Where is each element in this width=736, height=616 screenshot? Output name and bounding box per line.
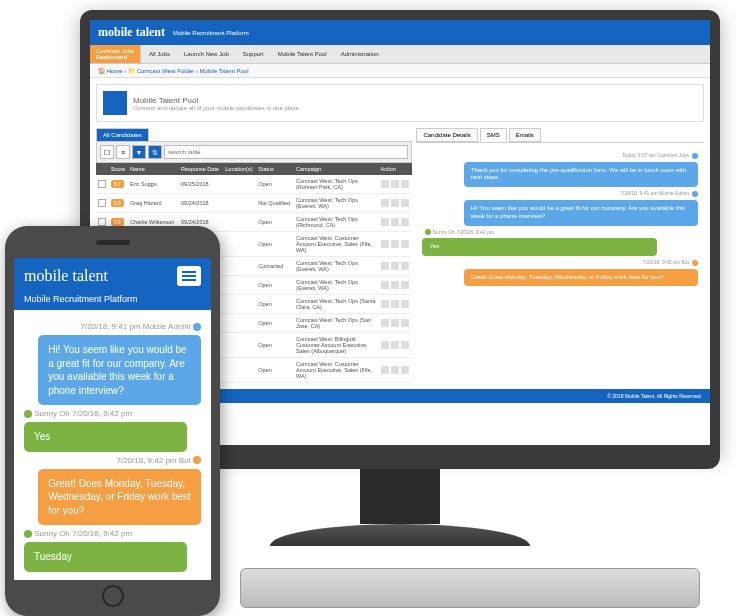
- col-date[interactable]: Response Date: [179, 163, 223, 175]
- menu-icon[interactable]: [177, 266, 201, 286]
- chat-meta: 7/20/18, 9:41 pm Motzie Admin: [24, 322, 201, 331]
- pool-subtitle: Connect and update all of your mobile ca…: [133, 105, 299, 111]
- row-checkbox[interactable]: [98, 218, 106, 226]
- more-icon[interactable]: [401, 366, 409, 374]
- sms-icon[interactable]: [391, 218, 399, 226]
- col-status[interactable]: Status: [256, 163, 294, 175]
- phone-chat: 7/20/18, 9:41 pm Motzie Admin Hi! You se…: [14, 310, 211, 580]
- more-icon[interactable]: [401, 281, 409, 289]
- sms-icon[interactable]: [391, 240, 399, 248]
- pool-header: Mobile Talent Pool Connect and update al…: [96, 84, 704, 122]
- email-icon[interactable]: [381, 300, 389, 308]
- row-checkbox[interactable]: [98, 199, 106, 207]
- email-icon[interactable]: [381, 341, 389, 349]
- pool-title: Mobile Talent Pool: [133, 96, 299, 105]
- select-all-button[interactable]: ☐: [100, 145, 114, 159]
- columns-button[interactable]: ≡: [116, 145, 130, 159]
- chat-meta: 7/20/18, 9:42 pm Bot: [422, 259, 698, 266]
- brand-logo: mobile talent: [98, 25, 165, 40]
- chat-meta: Sunny Oh 7/20/18, 9:42 pm: [24, 529, 201, 538]
- phone-header: mobile talent: [14, 258, 211, 294]
- chat-bubble: Hi! You seem like you would be a great f…: [38, 335, 201, 405]
- sms-icon[interactable]: [391, 341, 399, 349]
- keyboard: [240, 568, 700, 608]
- search-input[interactable]: [164, 145, 408, 159]
- phone-subtitle: Mobile Recruitment Platform: [14, 294, 211, 310]
- chat-bubble: Great! Does Monday, Tuesday, Wednesday, …: [464, 269, 698, 287]
- more-icon[interactable]: [401, 341, 409, 349]
- nav-launch-job[interactable]: Launch New Job: [178, 48, 235, 60]
- col-score[interactable]: Score: [109, 163, 128, 175]
- table-row[interactable]: 5.7Eric Suggs09/25/2018OpenComcast West:…: [96, 175, 412, 194]
- more-icon[interactable]: [401, 180, 409, 188]
- col-location[interactable]: Location(s): [223, 163, 256, 175]
- more-icon[interactable]: [401, 240, 409, 248]
- table-toolbar: ☐ ≡ ▼ ⇅: [96, 141, 412, 163]
- chat-meta: 7/20/18, 9:42 pm Bot: [24, 456, 201, 465]
- chat-bubble: Hi! You seem like you would be a great f…: [464, 200, 698, 226]
- sort-button[interactable]: ⇅: [148, 145, 162, 159]
- nav-admin[interactable]: Administration: [335, 48, 385, 60]
- chat-bubble: Tuesday: [24, 542, 187, 572]
- email-icon[interactable]: [381, 180, 389, 188]
- nav-support[interactable]: Support: [237, 48, 270, 60]
- email-icon[interactable]: [381, 262, 389, 270]
- phone-screen: mobile talent Mobile Recruitment Platfor…: [14, 258, 211, 580]
- mobile-phone: mobile talent Mobile Recruitment Platfor…: [5, 226, 220, 616]
- email-icon[interactable]: [381, 240, 389, 248]
- more-icon[interactable]: [401, 199, 409, 207]
- chat-bubble: Yes: [24, 422, 187, 452]
- sms-icon[interactable]: [391, 199, 399, 207]
- nav-talent-pool[interactable]: Mobile Talent Pool: [272, 48, 333, 60]
- tab-emails[interactable]: Emails: [509, 128, 541, 142]
- chat-bubble: Thank you for completing the pre-qualifi…: [464, 162, 698, 188]
- dashboard-bar: Comcast Jobs Dashboard All Jobs Launch N…: [90, 45, 710, 64]
- tab-all-candidates[interactable]: All Candidates: [96, 128, 149, 141]
- sms-chat: Today, 9:07 am Comcast Jobs Thank you fo…: [416, 143, 704, 294]
- detail-panel: Candidate Details SMS Emails Today, 9:07…: [416, 128, 704, 383]
- sms-icon[interactable]: [391, 180, 399, 188]
- sms-icon[interactable]: [391, 281, 399, 289]
- more-icon[interactable]: [401, 262, 409, 270]
- app-header: mobile talent Mobile Recruitment Platfor…: [90, 20, 710, 45]
- nav-all-jobs[interactable]: All Jobs: [143, 48, 176, 60]
- row-checkbox[interactable]: [98, 180, 106, 188]
- sms-icon[interactable]: [391, 366, 399, 374]
- col-campaign[interactable]: Campaign: [294, 163, 378, 175]
- col-action: Action: [379, 163, 413, 175]
- sms-icon[interactable]: [391, 300, 399, 308]
- col-name[interactable]: Name: [128, 163, 179, 175]
- chat-bubble: Great! Does Monday, Tuesday, Wednesday, …: [38, 469, 201, 526]
- email-icon[interactable]: [381, 366, 389, 374]
- pool-icon: [103, 91, 127, 115]
- more-icon[interactable]: [401, 218, 409, 226]
- filter-button[interactable]: ▼: [132, 145, 146, 159]
- chat-meta: Today, 9:07 am Comcast Jobs: [422, 152, 698, 159]
- dashboard-badge[interactable]: Comcast Jobs Dashboard: [90, 45, 141, 63]
- sms-icon[interactable]: [391, 262, 399, 270]
- more-icon[interactable]: [401, 300, 409, 308]
- chat-bubble: Yes: [422, 238, 656, 256]
- sms-icon[interactable]: [391, 319, 399, 327]
- more-icon[interactable]: [401, 319, 409, 327]
- col-select: [96, 163, 109, 175]
- email-icon[interactable]: [381, 319, 389, 327]
- chat-meta: Sunny Oh 7/20/18, 9:42 pm: [24, 409, 201, 418]
- chat-meta: Sunny Oh 7/20/18, 9:42 pm: [422, 229, 698, 236]
- chat-meta: 7/20/18, 9:41 pm Motzie Admin: [422, 190, 698, 197]
- email-icon[interactable]: [381, 199, 389, 207]
- email-icon[interactable]: [381, 218, 389, 226]
- home-button[interactable]: [102, 585, 124, 607]
- table-row[interactable]: 5.0Greg Hazard09/24/2018Not QualifiedCom…: [96, 194, 412, 213]
- tab-sms[interactable]: SMS: [480, 128, 507, 142]
- tab-candidate-details[interactable]: Candidate Details: [416, 128, 477, 142]
- email-icon[interactable]: [381, 281, 389, 289]
- breadcrumb: 🏠 Home › 📁 Comcast West Folder › Mobile …: [90, 64, 710, 78]
- brand-subtitle: Mobile Recruitment Platform: [173, 30, 249, 36]
- phone-brand: mobile talent: [24, 267, 108, 285]
